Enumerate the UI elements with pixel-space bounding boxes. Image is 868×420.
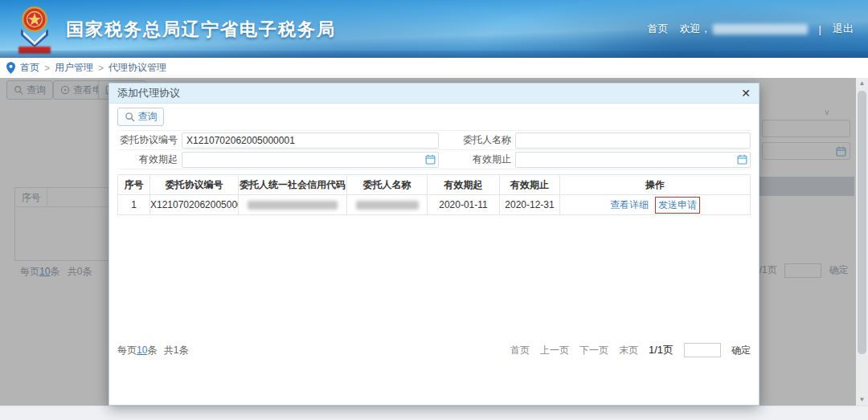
top-banner: 国家税务总局辽宁省电子税务局 首页 欢迎， | 退出 [0,0,868,58]
dialog-header: 添加代理协议 ✕ [109,84,759,104]
col-principal-name: 委托人名称 [347,175,428,195]
location-pin-icon [6,62,15,74]
cell-principal-name [347,195,428,215]
site-title: 国家税务总局辽宁省电子税务局 [66,18,336,42]
welcome-text: 欢迎， [680,22,808,36]
next-page-link[interactable]: 下一页 [579,344,608,357]
calendar-icon[interactable] [737,154,747,165]
scrollbar-thumb[interactable] [858,91,866,354]
username-redacted [713,24,808,35]
cell-agreement-no: X1210702062005000001 [150,195,239,215]
search-icon [125,112,135,122]
col-seq: 序号 [118,175,150,195]
breadcrumb-current: 代理协议管理 [108,61,166,75]
col-valid-from: 有效期起 [428,175,500,195]
page-size-link[interactable]: 10 [137,345,147,356]
breadcrumb-user-mgmt[interactable]: 用户管理 [55,61,93,75]
scroll-up-icon[interactable]: ▲ [859,78,866,89]
logo-caption-redacted [18,47,51,54]
results-table: 序号 委托协议编号 委托人统一社会信用代码 委托人名称 有效期起 有效期止 操作… [117,174,751,215]
banner-nav: 首页 欢迎， | 退出 [648,22,854,36]
page-number-input[interactable] [684,343,721,357]
send-request-link[interactable]: 发送申请 [655,197,700,214]
last-page-link[interactable]: 末页 [619,344,638,357]
total-count: 共1条 [164,345,189,356]
col-agreement-no: 委托协议编号 [150,175,239,195]
table-header-row: 序号 委托协议编号 委托人统一社会信用代码 委托人名称 有效期起 有效期止 操作 [118,175,751,195]
query-button[interactable]: 查询 [117,108,164,126]
vertical-scrollbar[interactable]: ▲ ▼ [856,78,868,406]
valid-to-label: 有效期止 [439,153,515,166]
agreement-no-input[interactable] [182,133,439,149]
cell-actions: 查看详细 发送申请 [560,195,751,215]
col-valid-to: 有效期止 [500,175,560,195]
page-indicator: 1/1页 [649,343,674,357]
confirm-page-button[interactable]: 确定 [731,344,751,357]
prev-page-link[interactable]: 上一页 [540,344,569,357]
scroll-down-icon[interactable]: ▼ [859,394,866,406]
logout-link[interactable]: 退出 [833,22,854,36]
calendar-icon[interactable] [425,154,436,165]
nav-divider: | [819,23,821,35]
dialog-body: 查询 委托协议编号 委托人名称 有效期起 [109,104,759,405]
cell-valid-from: 2020-01-11 [428,195,500,215]
breadcrumb: 首页 > 用户管理 > 代理协议管理 [0,58,868,78]
view-detail-link[interactable]: 查看详细 [610,198,649,212]
valid-from-label: 有效期起 [117,153,182,166]
close-icon[interactable]: ✕ [741,88,751,99]
add-agency-agreement-dialog: 添加代理协议 ✕ 查询 委托协议编号 委托人名称 [108,83,760,406]
cell-credit-code [239,195,347,215]
principal-name-label: 委托人名称 [439,133,515,147]
results-table-zone: 序号 委托协议编号 委托人统一社会信用代码 委托人名称 有效期起 有效期止 操作… [117,174,751,340]
valid-to-input[interactable] [515,152,751,168]
redacted-principal-name [356,201,419,210]
col-credit-code: 委托人统一社会信用代码 [239,175,347,195]
dialog-pagination: 每页10条 共1条 首页 上一页 下一页 末页 1/1页 确定 [117,340,751,361]
search-form: 委托协议编号 委托人名称 有效期起 [117,130,751,169]
table-row: 1 X1210702062005000001 2020-01-11 2020-1… [118,195,751,215]
agreement-no-label: 委托协议编号 [117,133,182,147]
dialog-title: 添加代理协议 [117,86,180,100]
cell-valid-to: 2020-12-31 [500,195,560,215]
footer-strip [0,406,868,420]
nav-home-link[interactable]: 首页 [648,22,669,36]
national-emblem-logo [13,5,56,55]
breadcrumb-home[interactable]: 首页 [20,61,39,75]
first-page-link[interactable]: 首页 [510,344,530,357]
col-actions: 操作 [560,175,751,195]
principal-name-input[interactable] [515,133,751,149]
valid-from-input[interactable] [182,152,439,168]
cell-seq: 1 [118,195,150,215]
redacted-credit-code [248,201,338,210]
